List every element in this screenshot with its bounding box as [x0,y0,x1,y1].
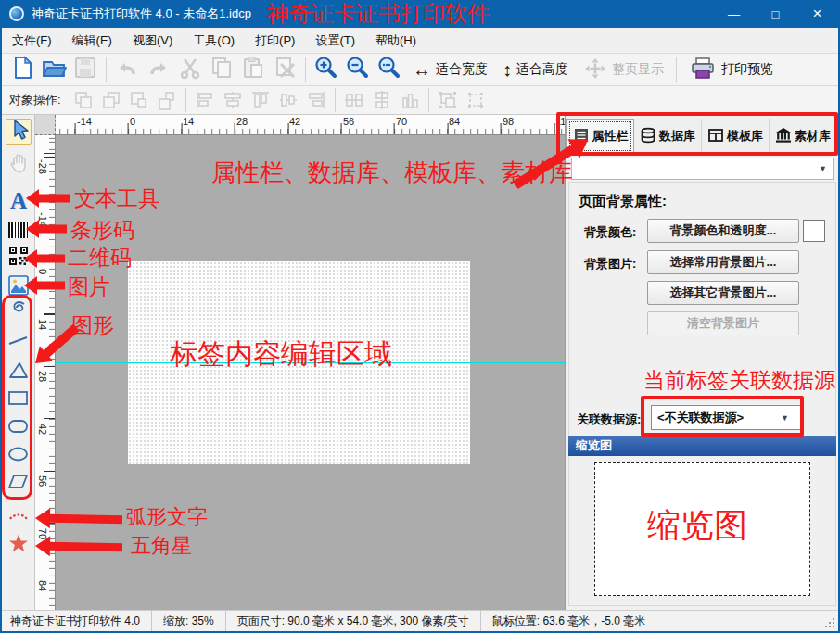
horizontal-ruler: -14 0 14 28 42 56 70 84 98 112 [56,115,565,135]
bg-color-button[interactable]: 背景颜色和透明度... [647,219,799,243]
curve-tool-button[interactable] [6,298,32,324]
zoom-custom-button[interactable] [375,56,404,83]
select-tool-button[interactable] [6,119,32,145]
window-controls: — □ × [713,0,838,28]
same-width-icon [341,88,367,112]
resize-grip[interactable] [825,618,835,628]
status-zoom: 缩放: 35% [152,611,226,631]
new-document-button[interactable] [7,56,37,83]
zoom-in-icon [312,54,340,85]
star-tool-button[interactable] [6,532,32,558]
rounded-rectangle-icon [6,414,31,442]
rounded-rectangle-tool-button[interactable] [6,415,32,441]
h-ruler-label: 42 [289,116,300,127]
object-toolbar: 对象操作: [2,86,838,115]
tab-templates-label: 模板库 [727,128,763,145]
combine-icon [435,88,461,112]
data-source-value: <不关联数据源> [657,410,744,426]
ruler-corner [35,115,56,135]
h-ruler-label: 56 [343,116,354,127]
status-app-name: 神奇证卡证书打印软件 4.0 [2,611,152,631]
qrcode-tool-button[interactable] [6,245,32,271]
h-ruler-label: 70 [396,116,407,127]
menu-edit[interactable]: 编辑(E) [62,28,122,53]
object-selector-dropdown[interactable]: ▼ [571,158,834,180]
arc-text-tool-button[interactable] [6,504,32,530]
app-logo-icon [9,6,24,21]
tab-templates[interactable]: 模板库 [702,119,770,154]
align-middle-icon [275,88,301,112]
minimize-button[interactable]: — [713,0,755,28]
save-icon [71,54,99,85]
menu-help[interactable]: 帮助(H) [365,28,426,53]
parallelogram-tool-button[interactable] [6,471,32,497]
send-to-back-icon [98,88,124,112]
text-tool-icon: A [10,189,27,212]
tab-materials[interactable]: 素材库 [770,119,837,154]
maximize-button[interactable]: □ [755,0,796,28]
menu-file[interactable]: 文件(F) [2,28,62,53]
bg-color-swatch[interactable] [803,220,825,242]
qrcode-icon [6,244,31,272]
fit-width-label: 适合宽度 [436,61,488,78]
barcode-tool-button[interactable] [6,217,32,243]
triangle-tool-button[interactable] [6,360,32,386]
printer-icon [689,56,717,84]
open-file-button[interactable] [39,56,69,83]
send-backward-icon [154,88,180,112]
ellipse-tool-button[interactable] [6,443,32,469]
close-button[interactable]: × [796,0,838,28]
rectangle-tool-button[interactable] [6,387,32,413]
choose-other-bg-button[interactable]: 选择其它背景图片... [647,281,799,305]
v-ruler-label: 70 [37,525,48,543]
tab-database[interactable]: 数据库 [634,119,702,154]
arc-text-icon [6,503,31,531]
hand-icon [6,151,31,179]
v-ruler-label: 0 [37,262,48,281]
parallelogram-icon [6,470,31,498]
cut-icon [176,54,204,85]
text-tool-button[interactable]: A [6,187,32,213]
menu-settings[interactable]: 设置(T) [305,28,365,53]
line-tool-button[interactable] [6,330,32,356]
whole-page-button: 整页显示 [577,56,670,83]
paste-button [238,56,268,83]
title-bar[interactable]: 神奇证卡证书打印软件 4.0 - 未命名1.idcp — □ × [2,0,838,28]
fit-height-button[interactable]: ↕ 适合高度 [496,56,575,83]
object-toolbar-label: 对象操作: [9,92,61,108]
tool-palette: A [2,115,35,610]
copy-icon [208,54,235,85]
zoom-custom-icon [375,54,403,85]
menu-print[interactable]: 打印(P) [245,28,305,53]
design-canvas[interactable] [56,135,565,610]
menu-tools[interactable]: 工具(O) [183,28,245,53]
data-source-dropdown[interactable]: <不关联数据源> ▼ [651,405,801,430]
window-title: 神奇证卡证书打印软件 4.0 - 未命名1.idcp [32,6,251,22]
rectangle-icon [6,386,31,414]
fit-width-button[interactable]: ↔ 适合宽度 [406,56,494,83]
clear-bg-button: 清空背景图片 [647,311,799,335]
tab-properties[interactable]: 属性栏 [566,119,634,154]
v-ruler-label: 56 [37,472,48,490]
menu-view[interactable]: 视图(V) [122,28,183,53]
application-window: 神奇证卡证书打印软件 4.0 - 未命名1.idcp — □ × 文件(F) 编… [0,0,840,633]
panel-tabstrip: 属性栏 数据库 模板库 素材库 [566,119,838,154]
fit-height-label: 适合高度 [516,61,568,78]
hand-tool-button [6,152,32,178]
status-bar: 神奇证卡证书打印软件 4.0 缩放: 35% 页面尺寸: 90.0 毫米 x 5… [2,610,838,631]
h-ruler-label: -14 [77,116,92,127]
image-tool-button[interactable] [6,274,32,300]
whole-page-label: 整页显示 [612,61,664,78]
chevron-down-icon: ▼ [819,164,827,173]
bg-image-label: 背景图片: [584,256,636,272]
open-file-icon [40,54,68,85]
thumbnail-preview[interactable] [594,462,810,596]
save-button [70,56,100,83]
choose-common-bg-button[interactable]: 选择常用背景图片... [647,250,799,274]
zoom-out-button[interactable] [343,56,373,83]
bring-forward-icon [126,88,152,112]
material-bank-icon [775,127,792,146]
print-preview-button[interactable]: 打印预览 [682,56,780,83]
undo-icon [113,54,141,85]
zoom-in-button[interactable] [312,56,341,83]
